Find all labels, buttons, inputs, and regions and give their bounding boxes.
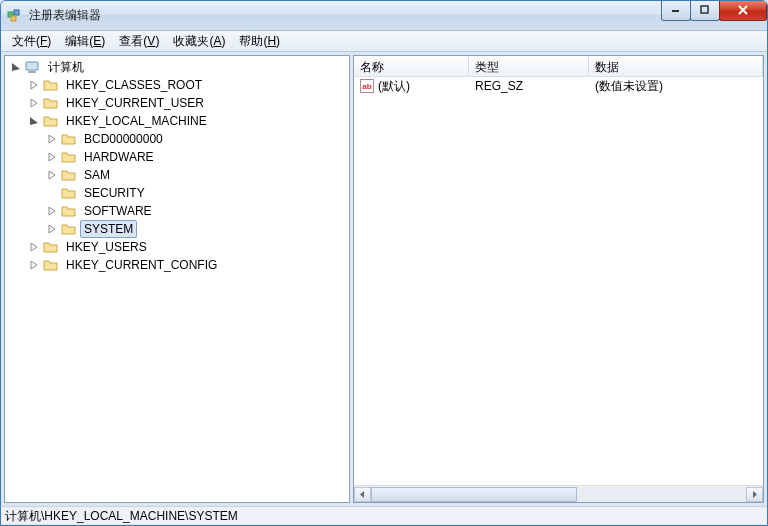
tree-label: HKEY_CLASSES_ROOT: [62, 76, 206, 94]
registry-tree: 计算机 HKEY_CLASSES_ROOT HKEY_CURRENT_USER …: [5, 56, 349, 274]
expander-closed-icon[interactable]: [45, 150, 59, 164]
content-area: 计算机 HKEY_CLASSES_ROOT HKEY_CURRENT_USER …: [1, 52, 767, 506]
tree-node-hkcu[interactable]: HKEY_CURRENT_USER: [5, 94, 349, 112]
list-row[interactable]: ab (默认) REG_SZ (数值未设置): [354, 77, 763, 95]
svg-rect-1: [14, 10, 19, 15]
folder-icon: [61, 132, 77, 146]
tree-node-sam[interactable]: SAM: [5, 166, 349, 184]
tree-label: HKEY_LOCAL_MACHINE: [62, 112, 211, 130]
tree-node-hkcc[interactable]: HKEY_CURRENT_CONFIG: [5, 256, 349, 274]
folder-icon: [43, 258, 59, 272]
expander-closed-icon[interactable]: [27, 96, 41, 110]
expander-closed-icon[interactable]: [45, 222, 59, 236]
svg-rect-5: [26, 62, 38, 70]
folder-icon: [43, 78, 59, 92]
expander-closed-icon[interactable]: [27, 78, 41, 92]
menu-edit[interactable]: 编辑(E): [58, 31, 112, 52]
tree-node-computer[interactable]: 计算机: [5, 58, 349, 76]
expander-closed-icon[interactable]: [45, 132, 59, 146]
tree-node-hklm[interactable]: HKEY_LOCAL_MACHINE: [5, 112, 349, 130]
column-header-name[interactable]: 名称: [354, 56, 469, 76]
status-bar: 计算机\HKEY_LOCAL_MACHINE\SYSTEM: [1, 506, 767, 524]
folder-icon: [43, 96, 59, 110]
list-pane[interactable]: 名称 类型 数据 ab (默认) REG_SZ (数值未设置): [353, 55, 764, 503]
scroll-thumb[interactable]: [371, 487, 577, 502]
list-header: 名称 类型 数据: [354, 56, 763, 77]
tree-node-hardware[interactable]: HARDWARE: [5, 148, 349, 166]
tree-label: HARDWARE: [80, 148, 158, 166]
tree-label: SAM: [80, 166, 114, 184]
tree-label: SECURITY: [80, 184, 149, 202]
tree-node-system[interactable]: SYSTEM: [5, 220, 349, 238]
menu-favorites[interactable]: 收藏夹(A): [166, 31, 232, 52]
window-title: 注册表编辑器: [29, 7, 662, 24]
svg-rect-2: [11, 16, 16, 21]
expander-closed-icon[interactable]: [45, 204, 59, 218]
folder-icon: [61, 222, 77, 236]
scroll-left-button[interactable]: [354, 487, 371, 502]
folder-icon: [61, 204, 77, 218]
folder-icon: [43, 240, 59, 254]
folder-icon: [43, 114, 59, 128]
cell-name: ab (默认): [354, 78, 469, 95]
reg-sz-icon: ab: [360, 79, 374, 93]
folder-icon: [61, 186, 77, 200]
minimize-button[interactable]: [661, 1, 691, 21]
column-header-data[interactable]: 数据: [589, 56, 763, 76]
tree-label: SOFTWARE: [80, 202, 156, 220]
horizontal-scrollbar[interactable]: [354, 485, 763, 502]
folder-icon: [61, 168, 77, 182]
tree-node-software[interactable]: SOFTWARE: [5, 202, 349, 220]
close-button[interactable]: [719, 1, 767, 21]
menu-help[interactable]: 帮助(H): [232, 31, 287, 52]
scroll-track[interactable]: [371, 487, 746, 502]
tree-label: 计算机: [44, 57, 88, 78]
column-header-type[interactable]: 类型: [469, 56, 589, 76]
scroll-right-button[interactable]: [746, 487, 763, 502]
menu-view[interactable]: 查看(V): [112, 31, 166, 52]
svg-rect-4: [701, 6, 708, 13]
computer-icon: [25, 60, 41, 74]
menu-bar: 文件(F) 编辑(E) 查看(V) 收藏夹(A) 帮助(H): [1, 31, 767, 52]
expander-closed-icon[interactable]: [27, 258, 41, 272]
expander-closed-icon[interactable]: [45, 168, 59, 182]
tree-node-bcd[interactable]: BCD00000000: [5, 130, 349, 148]
svg-rect-6: [28, 71, 36, 73]
tree-node-security[interactable]: SECURITY: [5, 184, 349, 202]
tree-label: BCD00000000: [80, 130, 167, 148]
cell-data: (数值未设置): [589, 78, 763, 95]
window-controls: [662, 1, 767, 21]
value-name: (默认): [378, 78, 410, 95]
cell-type: REG_SZ: [469, 79, 589, 93]
tree-node-hkcr[interactable]: HKEY_CLASSES_ROOT: [5, 76, 349, 94]
app-icon: [7, 8, 23, 24]
tree-label: HKEY_CURRENT_USER: [62, 94, 208, 112]
status-path: 计算机\HKEY_LOCAL_MACHINE\SYSTEM: [5, 509, 238, 523]
maximize-button[interactable]: [690, 1, 720, 21]
menu-file[interactable]: 文件(F): [5, 31, 58, 52]
tree-label: SYSTEM: [80, 220, 137, 238]
expander-open-icon[interactable]: [9, 60, 23, 74]
tree-pane[interactable]: 计算机 HKEY_CLASSES_ROOT HKEY_CURRENT_USER …: [4, 55, 350, 503]
list-body: ab (默认) REG_SZ (数值未设置): [354, 77, 763, 485]
title-bar: 注册表编辑器: [1, 1, 767, 31]
folder-icon: [61, 150, 77, 164]
tree-label: HKEY_CURRENT_CONFIG: [62, 256, 221, 274]
tree-label: HKEY_USERS: [62, 238, 151, 256]
tree-node-hku[interactable]: HKEY_USERS: [5, 238, 349, 256]
expander-open-icon[interactable]: [27, 114, 41, 128]
expander-closed-icon[interactable]: [27, 240, 41, 254]
